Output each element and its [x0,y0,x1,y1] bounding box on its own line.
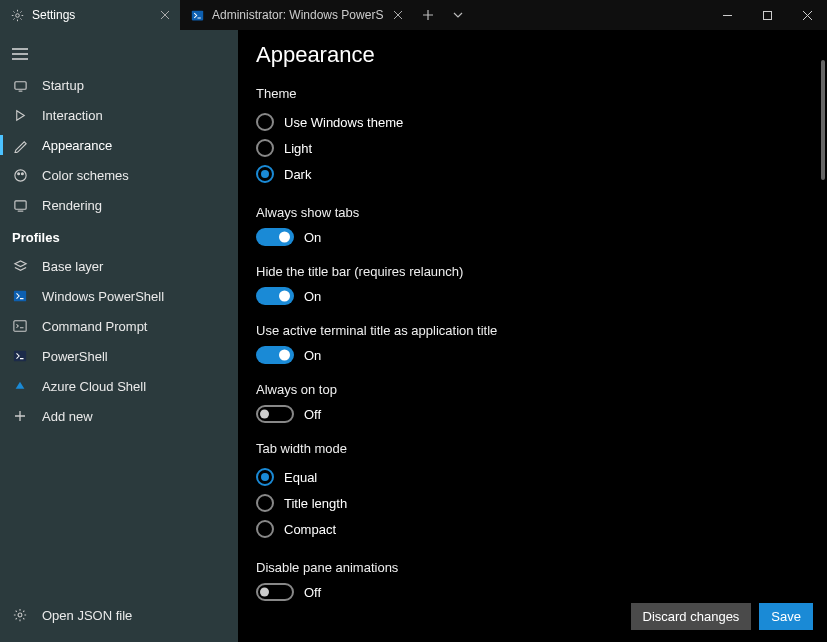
setting-hide-title-bar: Hide the title bar (requires relaunch) O… [256,264,809,305]
svg-rect-2 [763,11,771,19]
setting-tab-width-mode: Tab width mode Equal Title length Compac… [256,441,809,542]
toggle-value: On [304,289,321,304]
save-button[interactable]: Save [759,603,813,630]
toggle-disable-pane-animations[interactable] [256,583,294,601]
powershell-icon [190,8,204,22]
sidebar-item-label: Color schemes [42,168,129,183]
profiles-header: Profiles [0,220,238,251]
radio-title-length[interactable]: Title length [256,490,809,516]
radio-icon [256,468,274,486]
sidebar-item-rendering[interactable]: Rendering [0,190,238,220]
svg-rect-10 [14,351,26,362]
radio-dark[interactable]: Dark [256,161,809,187]
radio-label: Title length [284,496,347,511]
window-controls [707,0,827,30]
sidebar-item-label: PowerShell [42,349,108,364]
sidebar-profile-powershell[interactable]: PowerShell [0,341,238,371]
azure-icon [12,378,28,394]
radio-icon [256,113,274,131]
setting-label: Theme [256,86,809,101]
content: Appearance Theme Use Windows theme Light… [238,30,827,642]
sidebar-profile-azure-cloud-shell[interactable]: Azure Cloud Shell [0,371,238,401]
discard-button[interactable]: Discard changes [631,603,752,630]
svg-point-5 [17,172,19,174]
gear-icon [10,8,24,22]
titlebar: Settings Administrator: Windows PowerS [0,0,827,30]
toggle-always-show-tabs[interactable] [256,228,294,246]
svg-rect-3 [14,81,25,89]
sidebar-profile-add-new[interactable]: Add new [0,401,238,431]
radio-icon [256,520,274,538]
sidebar-item-label: Windows PowerShell [42,289,164,304]
tab-dropdown-button[interactable] [443,0,473,30]
setting-label: Use active terminal title as application… [256,323,809,338]
new-tab-button[interactable] [413,0,443,30]
sidebar-profile-base-layer[interactable]: Base layer [0,251,238,281]
tab-label: Administrator: Windows PowerS [212,8,383,22]
sidebar-item-label: Open JSON file [42,608,132,623]
plus-icon [12,408,28,424]
toggle-use-active-title[interactable] [256,346,294,364]
radio-label: Dark [284,167,311,182]
interaction-icon [12,107,28,123]
setting-always-show-tabs: Always show tabs On [256,205,809,246]
sidebar-item-label: Add new [42,409,93,424]
close-icon[interactable] [158,8,172,22]
setting-disable-pane-animations: Disable pane animations Off [256,560,809,601]
minimize-button[interactable] [707,0,747,30]
sidebar-item-label: Interaction [42,108,103,123]
radio-icon [256,139,274,157]
svg-rect-1 [191,10,202,20]
radio-light[interactable]: Light [256,135,809,161]
toggle-value: Off [304,585,321,600]
close-icon[interactable] [391,8,405,22]
svg-point-11 [18,613,22,617]
powershell-icon [12,348,28,364]
radio-label: Compact [284,522,336,537]
setting-label: Always show tabs [256,205,809,220]
radio-use-windows-theme[interactable]: Use Windows theme [256,109,809,135]
close-window-button[interactable] [787,0,827,30]
radio-icon [256,494,274,512]
toggle-value: Off [304,407,321,422]
radio-compact[interactable]: Compact [256,516,809,542]
sidebar-item-interaction[interactable]: Interaction [0,100,238,130]
sidebar-profile-windows-powershell[interactable]: Windows PowerShell [0,281,238,311]
gear-icon [12,607,28,623]
setting-always-on-top: Always on top Off [256,382,809,423]
setting-label: Disable pane animations [256,560,809,575]
palette-icon [12,167,28,183]
radio-label: Equal [284,470,317,485]
radio-icon [256,165,274,183]
sidebar-open-json[interactable]: Open JSON file [0,600,238,630]
radio-label: Use Windows theme [284,115,403,130]
sidebar-profile-command-prompt[interactable]: Command Prompt [0,311,238,341]
appearance-icon [12,137,28,153]
sidebar-item-color-schemes[interactable]: Color schemes [0,160,238,190]
sidebar-item-label: Command Prompt [42,319,147,334]
sidebar-item-label: Base layer [42,259,103,274]
svg-rect-8 [14,291,26,302]
startup-icon [12,77,28,93]
tab-powershell[interactable]: Administrator: Windows PowerS [180,0,413,30]
sidebar-item-label: Appearance [42,138,112,153]
svg-point-0 [15,13,19,17]
sidebar-item-appearance[interactable]: Appearance [0,130,238,160]
layers-icon [12,258,28,274]
scrollbar[interactable] [821,60,825,180]
toggle-always-on-top[interactable] [256,405,294,423]
setting-theme: Theme Use Windows theme Light Dark [256,86,809,187]
toggle-value: On [304,230,321,245]
sidebar-item-label: Azure Cloud Shell [42,379,146,394]
maximize-button[interactable] [747,0,787,30]
svg-rect-7 [14,200,25,208]
tab-settings[interactable]: Settings [0,0,180,30]
sidebar-item-label: Startup [42,78,84,93]
main: Startup Interaction Appearance Color sch… [0,30,827,642]
toggle-hide-title-bar[interactable] [256,287,294,305]
toggle-value: On [304,348,321,363]
svg-point-4 [14,169,25,180]
hamburger-button[interactable] [0,38,40,70]
radio-equal[interactable]: Equal [256,464,809,490]
sidebar-item-startup[interactable]: Startup [0,70,238,100]
